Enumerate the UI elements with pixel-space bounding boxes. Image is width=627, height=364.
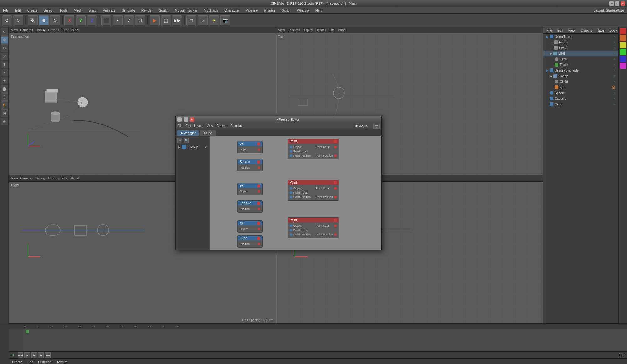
xp-sidebar-btn-2[interactable]: 🔍 [184, 138, 189, 143]
knife-tool[interactable]: ✂ [1, 69, 8, 76]
xpresso-xgroup-item[interactable]: ▶ XGroup ⚙ [177, 144, 208, 150]
brush-tool[interactable]: ⬤ [1, 85, 8, 93]
play-back-button[interactable]: ◀◀ [18, 352, 23, 358]
menu-snap[interactable]: Snap [87, 8, 98, 13]
vp-perspective-menu-filter[interactable]: Filter [61, 28, 68, 32]
menu-sculpt[interactable]: Sculpt [158, 8, 170, 13]
vp-right-menu-options[interactable]: Options [48, 177, 59, 180]
menu-plugins[interactable]: Plugins [263, 8, 277, 13]
node-point-1-out-port[interactable] [334, 140, 337, 143]
node-point-3-count-out-dot[interactable] [334, 225, 337, 227]
texture-menu[interactable]: Texture [55, 360, 69, 364]
node-capsule-1[interactable]: Capsule Position [237, 200, 263, 213]
menu-tools[interactable]: Tools [58, 8, 69, 13]
obj-menu-objects[interactable]: Objects [579, 28, 593, 33]
tab-x-manager[interactable]: X-Manager [177, 130, 199, 136]
obj-tracer[interactable]: Tracer ✓ [543, 62, 618, 68]
menu-edit[interactable]: Edit [14, 8, 22, 13]
vp-perspective-menu-display[interactable]: Display [35, 28, 46, 32]
node-point-2-position-dot[interactable] [290, 196, 292, 198]
node-point-3-position-dot[interactable] [290, 233, 292, 236]
menu-animate[interactable]: Animate [102, 8, 117, 13]
s-icon[interactable]: S [1, 101, 8, 109]
next-frame-button[interactable]: ▶ [38, 352, 44, 358]
obj-sphere[interactable]: Sphere ✓ [543, 90, 618, 96]
vp-perspective-menu-view[interactable]: View [11, 28, 18, 32]
swatch-red[interactable] [620, 28, 626, 34]
obj-capsule[interactable]: Capsule ✓ [543, 96, 618, 101]
minimize-button[interactable]: ─ [609, 1, 614, 6]
obj-cube[interactable]: Cube ✓ [543, 101, 618, 107]
edge-mode-button[interactable]: ╱ [124, 15, 134, 25]
render-button[interactable]: ▶ [150, 15, 160, 25]
node-spl-1-out-port[interactable] [257, 142, 260, 145]
play-fwd-button[interactable]: ▶▶ [45, 352, 51, 358]
node-sphere-1-out-port[interactable] [257, 160, 260, 164]
node-capsule-1-out-port[interactable] [257, 202, 260, 205]
vp-perspective-menu-options[interactable]: Options [48, 28, 59, 32]
xp-menu-layout[interactable]: Layout [194, 124, 203, 128]
paint-tool[interactable]: ⬡ [1, 93, 8, 101]
swatch-green[interactable] [620, 49, 626, 55]
obj-line[interactable]: ▶ LINE ✓ [543, 51, 618, 56]
node-point-3-object-dot[interactable] [290, 225, 292, 227]
menu-script[interactable]: Script [281, 8, 292, 13]
scale-tool-button[interactable]: ⊕ [39, 15, 49, 25]
node-spl-2[interactable]: spl Object [237, 183, 263, 195]
node-point-1-position-out-dot[interactable] [334, 154, 337, 157]
obj-end-b[interactable]: → End B ✓ [543, 39, 618, 45]
obj-circle-2[interactable]: Circle ✓ [543, 79, 618, 84]
node-spl-3[interactable]: spl Object [237, 220, 263, 233]
timeline-track[interactable] [23, 329, 627, 351]
xp-menu-file[interactable]: File [177, 124, 182, 128]
rotate-tool[interactable]: ↻ [1, 44, 8, 52]
scale-tool[interactable]: ⤢ [1, 53, 8, 60]
object-mode-button[interactable]: ⬛ [101, 15, 111, 25]
node-point-2-out-port[interactable] [334, 181, 337, 184]
timeline[interactable]: 0 5 10 15 20 25 30 35 40 45 50 55 [9, 324, 627, 352]
xpresso-expand-button[interactable]: ⇔ [373, 124, 380, 129]
vp-right-menu-panel[interactable]: Panel [71, 177, 79, 180]
vp-top-menu-options[interactable]: Options [315, 28, 326, 32]
swatch-blue[interactable] [620, 56, 626, 62]
menu-file[interactable]: File [2, 8, 10, 13]
node-spl-3-object-dot[interactable] [258, 228, 260, 230]
obj-menu-file[interactable]: File [545, 28, 553, 33]
obj-menu-edit[interactable]: Edit [556, 28, 564, 33]
node-point-2-object-dot[interactable] [290, 187, 292, 190]
node-capsule-1-position-dot[interactable] [258, 208, 260, 210]
vp-right-menu-view[interactable]: View [11, 177, 18, 180]
node-point-3-index-dot[interactable] [290, 229, 292, 231]
xp-menu-custom[interactable]: Custom [217, 124, 227, 128]
obj-menu-tags[interactable]: Tags [596, 28, 606, 33]
move-tool-button[interactable]: ✥ [28, 15, 38, 25]
weight-tool[interactable]: ◈ [1, 118, 8, 125]
node-point-1-count-out-dot[interactable] [334, 146, 337, 148]
sphere-button[interactable]: ○ [198, 15, 208, 25]
redo-button[interactable]: ↻ [13, 15, 23, 25]
xpresso-minimize-button[interactable]: ─ [177, 117, 182, 122]
swatch-orange[interactable] [620, 35, 626, 41]
xpresso-canvas[interactable]: spl Object Sphere Posi [210, 136, 381, 250]
swatch-yellow[interactable] [620, 42, 626, 48]
swatch-purple[interactable] [620, 63, 626, 69]
node-point-3-position-out-dot[interactable] [334, 233, 337, 236]
node-cube-1-out-port[interactable] [257, 237, 260, 240]
obj-circle-1[interactable]: Circle ✓ [543, 56, 618, 62]
tab-x-pool[interactable]: X-Pool [200, 130, 216, 136]
obj-menu-view[interactable]: View [567, 28, 577, 33]
menu-render[interactable]: Render [140, 8, 154, 13]
create-menu[interactable]: Create [11, 360, 23, 364]
select-tool[interactable]: ↖ [1, 28, 8, 36]
move-tool[interactable]: ✥ [1, 36, 8, 44]
render-all-button[interactable]: ▶▶ [172, 15, 182, 25]
xp-sidebar-btn-1[interactable]: ≡ [177, 138, 182, 143]
xpresso-maximize-button[interactable]: □ [184, 117, 188, 122]
camera-button[interactable]: 📷 [220, 15, 230, 25]
node-point-1-object-dot[interactable] [290, 146, 292, 148]
node-spl-2-object-dot[interactable] [258, 190, 260, 193]
vp-right-menu-filter[interactable]: Filter [61, 177, 68, 180]
menu-mesh[interactable]: Mesh [73, 8, 84, 13]
obj-end-a[interactable]: → End A ✓ [543, 45, 618, 51]
obj-using-point-node[interactable]: ▶ Using Point node ✓ [543, 68, 618, 73]
